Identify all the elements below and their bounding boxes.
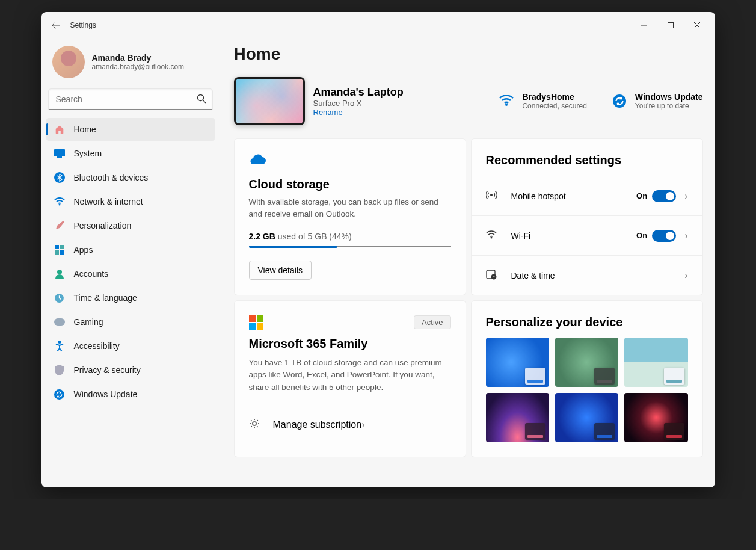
nav-label: System (74, 149, 102, 158)
clock-icon (54, 292, 66, 304)
search-input[interactable] (49, 89, 212, 110)
nav-label: Apps (74, 245, 93, 255)
svg-rect-9 (60, 245, 64, 249)
cloud-storage-card: Cloud storage With available storage, yo… (234, 138, 466, 295)
microsoft-logo-icon (249, 315, 263, 330)
wifi-status[interactable]: BradysHomeConnected, secured (498, 92, 586, 110)
window-title: Settings (70, 21, 96, 29)
hotspot-icon (486, 190, 498, 203)
manage-subscription[interactable]: Manage subscription › (235, 407, 466, 443)
nav-accessibility[interactable]: Accessibility (46, 335, 215, 357)
cloud-title: Cloud storage (249, 178, 451, 191)
nav-gaming[interactable]: Gaming (46, 311, 215, 333)
nav-home[interactable]: Home (46, 118, 215, 141)
close-icon (694, 22, 700, 28)
svg-rect-14 (54, 318, 65, 326)
theme-option-3[interactable] (624, 338, 687, 387)
apps-icon (54, 244, 66, 256)
update-status[interactable]: Windows UpdateYou're up to date (611, 92, 703, 110)
m365-desc: You have 1 TB of cloud storage and can u… (235, 357, 466, 407)
svg-point-2 (197, 95, 203, 101)
person-icon (54, 268, 66, 280)
nav-bluetooth[interactable]: Bluetooth & devices (46, 166, 215, 189)
theme-option-4[interactable] (486, 393, 549, 442)
cloud-progress (249, 246, 451, 247)
bluetooth-icon (54, 171, 66, 184)
settings-window: Settings Amanda Brady amanda.brady@outlo… (41, 12, 715, 487)
svg-point-19 (490, 194, 493, 196)
setting-date-time[interactable]: Date & time › (472, 255, 702, 295)
svg-rect-4 (54, 149, 65, 156)
chevron-right-icon: › (684, 270, 687, 281)
setting-wifi[interactable]: Wi-Fi On › (472, 215, 702, 255)
view-details-button[interactable]: View details (249, 261, 312, 280)
recommended-settings-card: Recommended settings Mobile hotspot On ›… (471, 138, 703, 295)
nav-privacy[interactable]: Privacy & security (46, 359, 215, 382)
home-icon (54, 123, 66, 135)
system-icon (54, 147, 66, 159)
wifi-icon (54, 196, 66, 208)
nav-accounts[interactable]: Accounts (46, 262, 215, 285)
active-badge: Active (414, 315, 450, 329)
nav-label: Accounts (74, 269, 109, 279)
cloud-desc: With available storage, you can back up … (249, 196, 451, 220)
close-button[interactable] (684, 16, 710, 35)
chevron-right-icon: › (361, 419, 364, 430)
svg-rect-11 (60, 250, 64, 255)
search-box (49, 89, 212, 110)
update-title: Windows Update (635, 92, 703, 102)
svg-point-20 (490, 236, 492, 238)
nav-label: Personalization (74, 221, 132, 230)
cloud-usage: 2.2 GB used of 5 GB (44%) (249, 232, 451, 241)
wifi-icon (486, 230, 498, 241)
svg-point-18 (613, 94, 626, 108)
nav-system[interactable]: System (46, 142, 215, 165)
cloud-icon (249, 153, 451, 168)
calendar-clock-icon (486, 269, 498, 282)
nav-label: Accessibility (74, 341, 120, 351)
minimize-button[interactable] (631, 16, 657, 35)
wifi-toggle[interactable] (652, 230, 676, 242)
personalize-title: Personalize your device (472, 301, 702, 338)
nav-label: Gaming (74, 317, 103, 327)
minimize-icon (641, 22, 647, 28)
shield-icon (54, 364, 66, 376)
back-arrow-icon (52, 21, 60, 29)
main-content: Home Amanda's Laptop Surface Pro X Renam… (222, 39, 715, 487)
theme-option-2[interactable] (555, 338, 618, 387)
nav-list: Home System Bluetooth & devices Network … (46, 118, 215, 406)
theme-option-1[interactable] (486, 338, 549, 387)
nav-network[interactable]: Network & internet (46, 190, 215, 213)
setting-mobile-hotspot[interactable]: Mobile hotspot On › (472, 176, 702, 215)
hotspot-toggle[interactable] (652, 190, 676, 202)
nav-apps[interactable]: Apps (46, 238, 215, 261)
personalize-card: Personalize your device (471, 300, 703, 457)
theme-option-5[interactable] (555, 393, 618, 442)
page-title: Home (234, 45, 703, 64)
svg-point-12 (57, 270, 62, 274)
wifi-sub: Connected, secured (522, 102, 586, 110)
svg-point-17 (505, 104, 508, 106)
recommended-title: Recommended settings (472, 139, 702, 176)
nav-update[interactable]: Windows Update (46, 383, 215, 406)
nav-personalization[interactable]: Personalization (46, 214, 215, 237)
svg-point-23 (253, 422, 256, 425)
rename-link[interactable]: Rename (313, 108, 404, 117)
nav-label: Privacy & security (74, 365, 141, 375)
update-icon (54, 388, 66, 400)
device-thumbnail (234, 77, 305, 125)
theme-option-6[interactable] (624, 393, 687, 442)
back-button[interactable] (46, 16, 66, 35)
chevron-right-icon: › (684, 230, 687, 241)
svg-line-3 (203, 100, 206, 104)
user-profile[interactable]: Amanda Brady amanda.brady@outlook.com (46, 43, 215, 89)
update-sub: You're up to date (635, 102, 703, 110)
device-row: Amanda's Laptop Surface Pro X Rename Bra… (234, 77, 703, 125)
avatar (52, 46, 85, 78)
svg-point-7 (58, 204, 60, 206)
nav-time[interactable]: Time & language (46, 286, 215, 309)
search-icon (197, 94, 206, 106)
maximize-button[interactable] (657, 16, 684, 35)
svg-rect-8 (55, 245, 59, 249)
m365-title: Microsoft 365 Family (235, 335, 466, 357)
